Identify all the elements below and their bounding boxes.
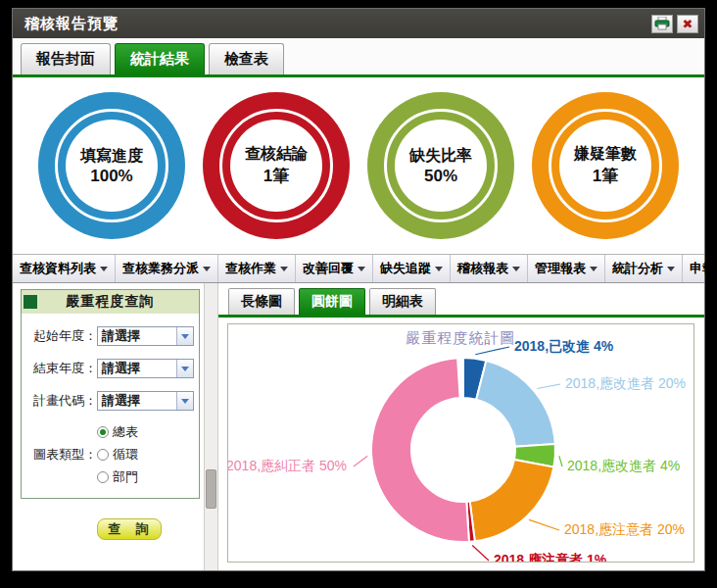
pie-slice-label: 2018,已改進 4% [514,338,613,356]
pie-slice [476,361,555,447]
select-dropdown-button[interactable] [176,360,193,377]
stat-label: 嫌疑筆數 [574,144,637,165]
menu-audit-data-list[interactable]: 查核資料列表 [13,255,116,282]
pie-slice [470,460,554,541]
label-leader-line [559,456,562,466]
tab-report-cover[interactable]: 報告封面 [21,43,111,74]
radio-department[interactable]: 部門 [97,468,138,486]
chart-type-group: 圖表類型： 總表 循環 部門 [26,423,194,486]
pie-slice-label: 2018,應注意者 1% [494,552,606,563]
close-icon: ✖ [683,18,693,30]
radio-summary[interactable]: 總表 [97,423,138,441]
plan-code-select[interactable]: 請選擇 [97,391,194,411]
menu-declaration-info[interactable]: 申報資訊 [683,255,717,282]
menu-improvement-reply[interactable]: 改善回覆 [296,255,373,282]
green-square-icon [24,295,37,309]
severity-query-panel: 嚴重程度查詢 起始年度： 請選擇 結束年度： 請選擇 [13,283,204,570]
label-leader-line [529,519,559,530]
print-button[interactable] [651,15,673,33]
window-title: 稽核報告預覽 [24,15,647,33]
pie-slice-label: 2018,應改進者 4% [567,458,680,475]
stat-conclusion-ring: 查核結論 1筆 [203,92,350,239]
menu-audit-work[interactable]: 查核作業 [218,255,296,282]
query-title: 嚴重程度查詢 [67,293,155,311]
field-end-year: 結束年度： 請選擇 [26,359,194,378]
select-dropdown-button[interactable] [176,392,193,410]
radio-cycle[interactable]: 循環 [97,446,138,464]
stat-value: 1筆 [263,165,289,187]
chevron-down-icon [512,267,520,271]
printer-icon [654,17,670,30]
stat-rings: 填寫進度 100% 查核結論 1筆 缺失比率 50% 嫌疑筆數 1筆 [13,77,704,254]
pie-slice-label: 2018,應糾正者 50% [227,458,347,475]
chart-tab-underline [218,315,704,318]
pie-slice [371,358,469,542]
query-header: 嚴重程度查詢 [22,290,199,314]
menu-management-reports[interactable]: 管理報表 [528,255,605,282]
chevron-down-icon [667,267,675,271]
chevron-down-icon [181,334,189,339]
stat-progress-ring: 填寫進度 100% [38,92,185,239]
label-leader-line [354,456,367,466]
tab-pie-chart[interactable]: 圓餅圖 [299,288,365,315]
stat-defect-rate: 缺失比率 50% [395,120,487,212]
field-start-year: 起始年度： 請選擇 [26,326,194,346]
main-menu-bar: 查核資料列表 查核業務分派 查核作業 改善回覆 缺失追蹤 稽核報表 管理報表 統… [13,254,704,283]
stat-defect-rate-ring: 缺失比率 50% [367,92,514,239]
title-bar: 稽核報告預覽 ✖ [13,9,704,38]
pie-slice-label: 2018,應注意者 20% [564,521,685,539]
select-dropdown-button[interactable] [176,327,193,345]
vertical-scrollbar[interactable] [204,283,218,570]
chevron-down-icon [358,267,365,271]
audit-report-preview-window: 稽核報告預覽 ✖ 報告封面 統計結果 檢查表 填寫進度 100% [12,8,705,571]
field-plan-code: 計畫代碼： 請選擇 [26,391,194,411]
report-tabs: 報告封面 統計結果 檢查表 [13,38,704,74]
tab-checklist[interactable]: 檢查表 [209,43,284,74]
stat-suspect-count: 嫌疑筆數 1筆 [559,120,651,212]
stat-value: 50% [424,167,457,186]
stat-label: 填寫進度 [80,146,143,167]
label-leader-line [472,546,489,561]
stat-value: 100% [90,167,132,186]
chevron-down-icon [590,267,598,271]
tab-statistics-result[interactable]: 統計結果 [115,43,205,74]
radio-icon [97,471,109,483]
scrollbar-thumb[interactable] [206,469,216,509]
stat-value: 1筆 [593,165,618,187]
label-leader-line [538,384,560,389]
menu-audit-task-assign[interactable]: 查核業務分派 [116,255,218,282]
menu-statistics-analysis[interactable]: 統計分析 [605,255,683,282]
query-box: 嚴重程度查詢 起始年度： 請選擇 結束年度： 請選擇 [21,289,200,499]
chart-title: 嚴重程度統計圖 [228,329,693,348]
close-button[interactable]: ✖ [677,15,698,33]
stat-progress: 填寫進度 100% [66,120,158,212]
chevron-down-icon [435,267,443,271]
menu-defect-tracking[interactable]: 缺失追蹤 [373,255,451,282]
label-leader-line [475,347,509,355]
chevron-down-icon [280,267,288,271]
stat-label: 缺失比率 [409,146,472,167]
search-button[interactable]: 查 詢 [97,518,162,540]
chevron-down-icon [100,267,108,271]
chevron-down-icon [203,267,211,271]
radio-icon [97,426,109,438]
start-year-select[interactable]: 請選擇 [97,326,194,346]
stat-label: 查核結論 [245,144,308,165]
chevron-down-icon [181,399,189,404]
lower-split: 嚴重程度查詢 起始年度： 請選擇 結束年度： 請選擇 [13,283,704,570]
tab-detail-table[interactable]: 明細表 [369,288,436,315]
stat-conclusion: 查核結論 1筆 [230,120,322,212]
stat-suspect-count-ring: 嫌疑筆數 1筆 [532,92,679,239]
chart-tabs: 長條圖 圓餅圖 明細表 [218,283,704,315]
radio-icon [97,449,109,461]
pie-slice-label: 2018,應改進者 20% [565,375,686,393]
chart-panel: 長條圖 圓餅圖 明細表 嚴重程度統計圖 2018,已改進 4%2018,應改進者… [218,283,704,570]
tab-bar-chart[interactable]: 長條圖 [228,288,295,315]
chevron-down-icon [181,367,189,371]
end-year-select[interactable]: 請選擇 [97,359,194,378]
menu-audit-reports[interactable]: 稽核報表 [451,255,528,282]
pie-chart: 嚴重程度統計圖 2018,已改進 4%2018,應改進者 20%2018,應改進… [227,323,694,563]
